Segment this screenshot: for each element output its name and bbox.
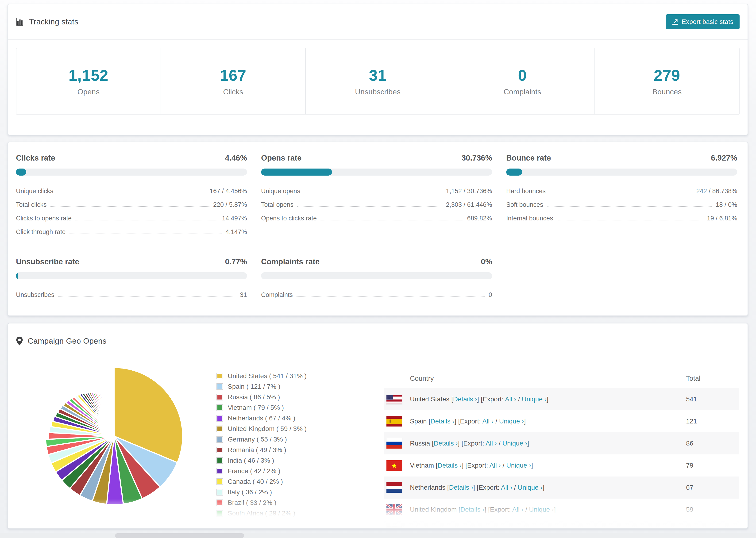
metric-row-click-through-rate: Click through rate4.147% <box>16 228 247 236</box>
legend-item-vietnam[interactable]: Vietnam ( 79 / 5% ) <box>216 404 307 411</box>
legend-item-netherlands[interactable]: Netherlands ( 67 / 4% ) <box>216 414 307 422</box>
flag-de-icon <box>387 526 402 529</box>
legend-label-france: France ( 42 / 2% ) <box>228 467 280 475</box>
flag-gb-icon <box>387 505 402 515</box>
legend-chip-spain <box>216 383 223 390</box>
rate-section-complaints-rate: Complaints rate0%Complaints0 <box>261 257 492 304</box>
legend-item-india[interactable]: India ( 46 / 3% ) <box>216 457 307 464</box>
metric-row-hard-bounces: Hard bounces242 / 86.738% <box>506 187 737 195</box>
geo-total-spain: 121 <box>686 418 739 425</box>
export-unique-link-russia[interactable]: Unique › <box>503 440 527 447</box>
details-link-germany[interactable]: Details › <box>441 528 465 529</box>
dotted-leader <box>557 220 703 220</box>
stat-box-complaints: 0Complaints <box>450 48 595 114</box>
dotted-leader <box>75 220 218 220</box>
legend-label-netherlands: Netherlands ( 67 / 4% ) <box>228 414 296 422</box>
legend-chip-france <box>216 468 223 474</box>
export-all-link-united-kingdom[interactable]: All › <box>512 506 523 513</box>
metric-row-unique-opens: Unique opens1,152 / 30.736% <box>261 187 492 195</box>
rate-title-complaints-rate: Complaints rate <box>261 257 320 266</box>
legend-chip-united-states <box>216 373 223 379</box>
legend-label-italy: Italy ( 36 / 2% ) <box>228 488 272 496</box>
flag-vn-icon <box>387 460 402 471</box>
legend-label-south-africa: South Africa ( 29 / 2% ) <box>228 510 296 517</box>
details-link-united-states[interactable]: Details › <box>453 396 477 403</box>
legend-chip-united-kingdom <box>216 426 223 432</box>
stats-summary-row: 1,152Opens167Clicks31Unsubscribes0Compla… <box>16 48 739 115</box>
export-all-link-netherlands[interactable]: All › <box>501 484 512 491</box>
country-name-germany: Germany <box>410 528 439 529</box>
dotted-leader <box>50 206 209 207</box>
geo-total-united-kingdom: 59 <box>686 506 739 513</box>
stat-label-opens: Opens <box>78 87 99 96</box>
horizontal-scrollbar-thumb[interactable] <box>115 533 244 538</box>
export-unique-link-spain[interactable]: Unique › <box>499 418 524 425</box>
legend-item-romania[interactable]: Romania ( 49 / 3% ) <box>216 446 307 454</box>
export-unique-link-germany[interactable]: Unique › <box>509 528 534 529</box>
details-link-spain[interactable]: Details › <box>430 418 455 425</box>
dotted-leader <box>304 193 442 193</box>
export-all-link-united-states[interactable]: All › <box>505 396 516 403</box>
dotted-leader <box>58 296 236 297</box>
export-all-link-russia[interactable]: All › <box>486 440 497 447</box>
export-all-link-germany[interactable]: All › <box>493 528 504 529</box>
legend-item-russia[interactable]: Russia ( 86 / 5% ) <box>216 394 307 401</box>
export-unique-link-netherlands[interactable]: Unique › <box>518 484 543 491</box>
metric-row-unique-clicks: Unique clicks167 / 4.456% <box>16 187 247 195</box>
legend-item-brazil[interactable]: Brazil ( 33 / 2% ) <box>216 499 307 507</box>
rates-card: Clicks rate4.46%Unique clicks167 / 4.456… <box>8 142 748 316</box>
tracking-stats-header: Tracking stats Export basic stats <box>8 4 747 40</box>
export-unique-link-united-states[interactable]: Unique › <box>522 396 547 403</box>
export-unique-link-vietnam[interactable]: Unique › <box>506 462 531 469</box>
flag-nl-icon <box>387 482 402 493</box>
legend-chip-russia <box>216 394 223 401</box>
progress-fill-opens-rate <box>261 169 332 176</box>
country-name-spain: Spain <box>410 418 428 425</box>
dotted-leader <box>320 220 463 220</box>
rate-title-unsubscribe-rate: Unsubscribe rate <box>16 257 80 266</box>
legend-item-united-states[interactable]: United States ( 541 / 31% ) <box>216 372 307 380</box>
geo-table-row-netherlands: Netherlands [Details ›] [Export: All › /… <box>384 476 739 499</box>
dotted-leader <box>297 296 485 297</box>
legend-item-germany[interactable]: Germany ( 55 / 3% ) <box>216 436 307 443</box>
legend-label-united-kingdom: United Kingdom ( 59 / 3% ) <box>228 425 307 433</box>
dotted-leader <box>70 234 222 234</box>
legend-chip-vietnam <box>216 404 223 411</box>
legend-item-spain[interactable]: Spain ( 121 / 7% ) <box>216 383 307 390</box>
details-link-united-kingdom[interactable]: Details › <box>460 506 485 513</box>
legend-item-south-africa[interactable]: South Africa ( 29 / 2% ) <box>216 510 307 517</box>
stat-label-unsubscribes: Unsubscribes <box>355 87 401 96</box>
dotted-leader <box>549 193 693 193</box>
geo-total-germany: 55 <box>686 528 739 529</box>
rate-percent-complaints-rate: 0% <box>481 257 492 266</box>
horizontal-scrollbar-track[interactable] <box>0 533 756 538</box>
legend-label-romania: Romania ( 49 / 3% ) <box>228 446 286 454</box>
flag-es-icon <box>387 416 402 426</box>
export-unique-link-united-kingdom[interactable]: Unique › <box>529 506 554 513</box>
export-basic-stats-button[interactable]: Export basic stats <box>666 14 739 29</box>
rate-section-clicks-rate: Clicks rate4.46%Unique clicks167 / 4.456… <box>16 153 247 241</box>
export-all-link-spain[interactable]: All › <box>482 418 494 425</box>
legend-item-france[interactable]: France ( 42 / 2% ) <box>216 467 307 475</box>
legend-label-brazil: Brazil ( 33 / 2% ) <box>228 499 276 507</box>
details-link-vietnam[interactable]: Details › <box>438 462 462 469</box>
rate-section-opens-rate: Opens rate30.736%Unique opens1,152 / 30.… <box>261 153 492 241</box>
stat-value-bounces: 279 <box>654 67 680 84</box>
legend-chip-south-africa <box>216 510 223 517</box>
metric-row-clicks-to-opens-rate: Clicks to opens rate14.497% <box>16 214 247 223</box>
geo-table: Country Total United States [Details ›] … <box>384 368 739 529</box>
legend-item-italy[interactable]: Italy ( 36 / 2% ) <box>216 488 307 496</box>
geo-table-header-country: Country <box>384 375 686 382</box>
rate-section-bounce-rate: Bounce rate6.927%Hard bounces242 / 86.73… <box>506 153 737 241</box>
stat-box-opens: 1,152Opens <box>17 48 161 114</box>
rate-percent-clicks-rate: 4.46% <box>225 153 247 162</box>
export-all-link-vietnam[interactable]: All › <box>490 462 501 469</box>
tracking-stats-card: Tracking stats Export basic stats 1,152O… <box>8 4 748 135</box>
legend-item-canada[interactable]: Canada ( 40 / 2% ) <box>216 478 307 485</box>
geo-table-row-vietnam: Vietnam [Details ›] [Export: All › / Uni… <box>384 455 739 476</box>
metric-row-complaints: Complaints0 <box>261 291 492 299</box>
details-link-netherlands[interactable]: Details › <box>449 484 473 491</box>
dotted-leader <box>57 193 206 193</box>
details-link-russia[interactable]: Details › <box>434 440 458 447</box>
legend-item-united-kingdom[interactable]: United Kingdom ( 59 / 3% ) <box>216 425 307 433</box>
